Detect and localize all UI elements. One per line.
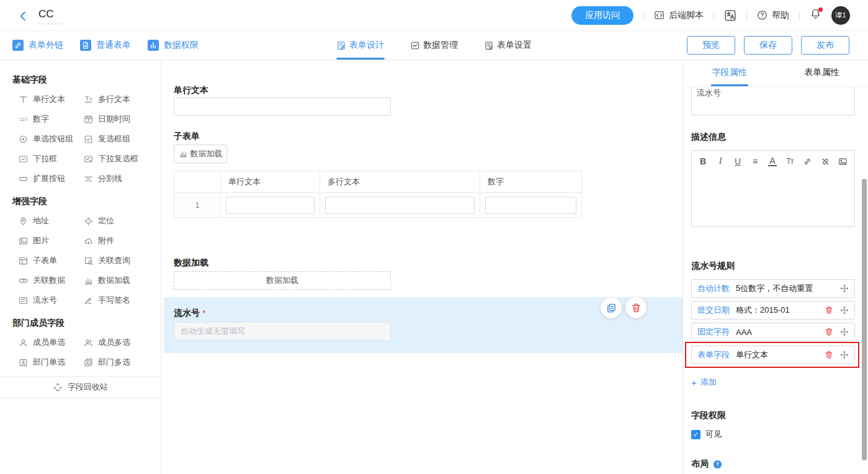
subform-data-load-button[interactable]: 数据加载 bbox=[174, 145, 227, 163]
preview-button[interactable]: 预览 bbox=[687, 36, 735, 55]
form-title[interactable]: CC bbox=[38, 7, 62, 24]
subform-cell-input[interactable] bbox=[325, 197, 475, 214]
field-item-linked-data[interactable]: 关联数据 bbox=[19, 271, 84, 290]
member-multi-icon bbox=[84, 338, 93, 347]
trash-icon[interactable] bbox=[825, 328, 833, 336]
data-permission-button[interactable]: 数据权限 bbox=[148, 40, 199, 51]
field-item-divider[interactable]: 分割线 bbox=[84, 169, 156, 189]
backend-script-button[interactable]: 后端脚本 bbox=[654, 10, 704, 21]
underline-icon[interactable]: U bbox=[733, 156, 742, 167]
serial-number-icon bbox=[19, 296, 28, 305]
rule-value: AAA bbox=[736, 328, 825, 337]
serial-number-input[interactable]: 自动生成无需填写 bbox=[174, 322, 391, 341]
tab-data-manage[interactable]: 数据管理 bbox=[410, 31, 458, 60]
font-color-icon[interactable]: A bbox=[768, 156, 777, 166]
canvas-field-single-text[interactable]: 单行文本 bbox=[174, 85, 682, 116]
save-button[interactable]: 保存 bbox=[744, 36, 792, 55]
field-item-dept-single[interactable]: 部门单选 bbox=[19, 352, 84, 372]
field-item-serial-number[interactable]: 流水号 bbox=[19, 290, 84, 310]
question-icon[interactable] bbox=[713, 460, 722, 469]
field-item-checkbox-group[interactable]: 复选框组 bbox=[84, 129, 156, 149]
layout-label: 布局 bbox=[691, 458, 709, 470]
canvas-field-subform[interactable]: 子表单 数据加载 单行文本 多行文本 数字 bbox=[174, 131, 682, 218]
subform-icon bbox=[19, 256, 28, 266]
delete-field-button[interactable] bbox=[625, 297, 647, 318]
field-title-input[interactable]: 流水号 bbox=[691, 87, 855, 115]
checkbox-checked-icon[interactable]: ✓ bbox=[691, 430, 700, 439]
description-text-area[interactable] bbox=[692, 172, 854, 226]
description-editor: B I U ≡ A Tᴛ bbox=[691, 150, 855, 227]
top-bar: CC 应用访问 后端脚本 帮助 谭1 bbox=[0, 0, 868, 31]
help-button[interactable]: 帮助 bbox=[757, 10, 789, 21]
rule-fixed-chars[interactable]: 固定字符 AAA bbox=[691, 323, 855, 341]
data-permission-icon bbox=[148, 40, 159, 51]
field-item-location[interactable]: 定位 bbox=[84, 211, 156, 231]
trash-icon[interactable] bbox=[825, 306, 833, 315]
add-rule-button[interactable]: + 添加 bbox=[691, 377, 855, 388]
field-item-subform[interactable]: 子表单 bbox=[19, 251, 84, 271]
linked-data-icon bbox=[19, 276, 28, 285]
app-access-button[interactable]: 应用访问 bbox=[571, 6, 633, 25]
tab-form-design[interactable]: 表单设计 bbox=[336, 31, 384, 60]
back-icon[interactable] bbox=[17, 11, 29, 22]
field-item-single-text[interactable]: 单行文本 bbox=[19, 89, 84, 109]
canvas-field-serial-selected[interactable]: 流水号* 自动生成无需填写 bbox=[164, 297, 682, 353]
data-load-button[interactable]: 数据加载 bbox=[174, 271, 391, 290]
bold-icon[interactable]: B bbox=[699, 156, 707, 167]
unlink-icon[interactable] bbox=[821, 156, 830, 167]
link-icon[interactable] bbox=[803, 156, 812, 167]
title-edit-underline bbox=[38, 24, 62, 24]
field-item-select[interactable]: 下拉框 bbox=[19, 149, 84, 169]
tab-form-settings[interactable]: 表单设置 bbox=[484, 31, 532, 60]
field-item-address[interactable]: 地址 bbox=[19, 211, 84, 231]
field-item-lookup[interactable]: 关联查询 bbox=[84, 251, 156, 271]
canvas-field-data-load[interactable]: 数据加载 数据加载 bbox=[174, 257, 682, 290]
subform-row: 1 bbox=[174, 193, 582, 218]
field-item-signature[interactable]: 手写签名 bbox=[84, 290, 156, 310]
italic-icon[interactable]: I bbox=[716, 156, 725, 167]
avatar[interactable]: 谭1 bbox=[831, 6, 850, 25]
form-external-link-button[interactable]: 表单外链 bbox=[12, 40, 63, 51]
visible-checkbox-row[interactable]: ✓ 可见 bbox=[691, 429, 855, 440]
tab-field-properties[interactable]: 字段属性 bbox=[683, 60, 776, 86]
tab-form-properties[interactable]: 表单属性 bbox=[776, 60, 868, 86]
subform-cell-input[interactable] bbox=[226, 197, 315, 214]
code-icon bbox=[654, 10, 664, 20]
field-item-image[interactable]: 图片 bbox=[19, 231, 84, 251]
field-item-dept-multi[interactable]: 部门多选 bbox=[84, 352, 156, 372]
field-recycle-bin[interactable]: 字段回收站 bbox=[0, 376, 161, 398]
description-label: 描述信息 bbox=[691, 132, 855, 143]
field-item-number[interactable]: 123数字 bbox=[19, 109, 84, 129]
field-item-attachment[interactable]: 附件 bbox=[84, 231, 156, 251]
tab-label: 数据管理 bbox=[423, 40, 458, 51]
field-item-multi-text[interactable]: 多行文本 bbox=[84, 89, 156, 109]
field-item-multi-select[interactable]: 下拉复选框 bbox=[84, 149, 156, 169]
move-icon[interactable] bbox=[840, 306, 849, 315]
translate-icon[interactable] bbox=[724, 9, 736, 22]
publish-button[interactable]: 发布 bbox=[801, 36, 849, 55]
plain-form-button[interactable]: 普通表单 bbox=[80, 40, 131, 51]
image-tool-icon[interactable] bbox=[838, 156, 848, 167]
single-text-input[interactable] bbox=[174, 97, 391, 116]
rule-submit-date[interactable]: 提交日期 格式：2015-01 bbox=[691, 301, 855, 320]
panel-scroll-area: 流水号 描述信息 B I U ≡ A Tᴛ bbox=[683, 87, 868, 474]
form-link-icon bbox=[12, 40, 24, 51]
move-icon[interactable] bbox=[840, 351, 849, 359]
font-size-icon[interactable]: Tᴛ bbox=[785, 156, 794, 167]
rule-form-field[interactable]: 表单字段 单行文本 bbox=[691, 346, 855, 364]
field-item-member-multi[interactable]: 成员多选 bbox=[84, 333, 156, 352]
trash-icon[interactable] bbox=[825, 351, 833, 359]
field-item-member-single[interactable]: 成员单选 bbox=[19, 333, 84, 352]
field-item-expand-button[interactable]: 扩展按钮 bbox=[19, 169, 84, 189]
align-icon[interactable]: ≡ bbox=[751, 156, 759, 167]
move-icon[interactable] bbox=[840, 328, 849, 336]
panel-scrollbar[interactable] bbox=[862, 179, 867, 460]
subform-cell-input[interactable] bbox=[485, 197, 576, 214]
notifications-button[interactable] bbox=[810, 8, 821, 22]
rule-auto-count[interactable]: 自动计数 5位数字，不自动重置 bbox=[691, 279, 855, 298]
field-item-radio-group[interactable]: 单选按钮组 bbox=[19, 129, 84, 149]
field-item-datetime[interactable]: 日期时间 bbox=[84, 109, 156, 129]
copy-field-button[interactable] bbox=[601, 297, 622, 318]
move-icon[interactable] bbox=[840, 284, 849, 293]
field-item-data-load[interactable]: 数据加载 bbox=[84, 271, 156, 290]
